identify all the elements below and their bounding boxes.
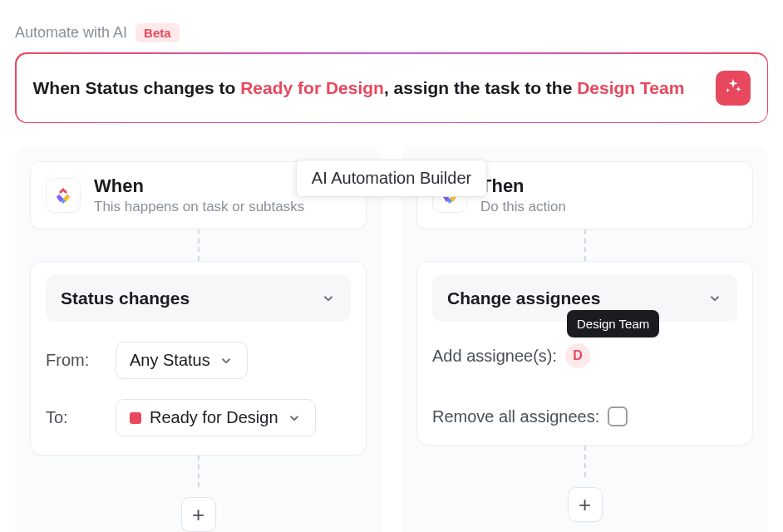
- assignee-chip[interactable]: D: [565, 343, 590, 368]
- automation-columns: AI Automation Builder When This happens …: [15, 146, 768, 532]
- assignee-tooltip: Design Team: [567, 310, 659, 337]
- then-subtitle: Do this action: [480, 199, 566, 215]
- to-value: Ready for Design: [150, 408, 278, 427]
- ai-prompt-bar[interactable]: When Status changes to Ready for Design,…: [15, 52, 768, 123]
- from-label: From:: [46, 351, 101, 370]
- then-column: Then Do this action Change assignees Des…: [401, 146, 768, 532]
- to-label: To:: [46, 408, 101, 427]
- beta-badge: Beta: [135, 23, 180, 42]
- from-value: Any Status: [130, 351, 210, 370]
- ai-generate-button[interactable]: [716, 71, 751, 106]
- connector-line: [416, 229, 753, 261]
- ai-builder-tooltip: AI Automation Builder: [296, 160, 487, 197]
- add-assignees-label: Add assignee(s):: [432, 347, 557, 366]
- chevron-down-icon: [707, 291, 722, 306]
- when-subtitle: This happens on task or subtasks: [94, 199, 304, 215]
- header-title: Automate with AI: [15, 24, 127, 42]
- chevron-down-icon: [219, 353, 234, 368]
- prompt-highlight-team: Design Team: [577, 78, 684, 97]
- add-trigger-button[interactable]: +: [181, 497, 216, 532]
- to-status-select[interactable]: Ready for Design: [116, 399, 316, 436]
- add-action-button[interactable]: +: [568, 487, 603, 522]
- prompt-mid: , assign the task to the: [384, 78, 577, 97]
- then-title: Then: [480, 175, 566, 197]
- add-assignees-row: Design Team Add assignee(s): D: [432, 343, 737, 368]
- connector-line: [30, 229, 367, 261]
- when-trigger-block: Status changes From: Any Status To:: [30, 261, 367, 456]
- status-color-dot: [130, 412, 141, 424]
- when-column: When This happens on task or subtasks St…: [15, 146, 382, 532]
- ai-prompt-text: When Status changes to Ready for Design,…: [33, 78, 685, 98]
- connector-line: [30, 456, 367, 487]
- when-title: When: [94, 175, 304, 197]
- from-row: From: Any Status: [46, 342, 351, 379]
- remove-assignees-label: Remove all assignees:: [432, 407, 599, 426]
- trigger-select[interactable]: Status changes: [46, 275, 351, 322]
- action-label: Change assignees: [447, 288, 600, 308]
- sparkle-icon: [724, 77, 742, 99]
- chevron-down-icon: [321, 291, 336, 306]
- app-logo-icon: [46, 178, 81, 213]
- remove-assignees-row: Remove all assignees:: [432, 406, 737, 426]
- header: Automate with AI Beta: [15, 23, 768, 42]
- remove-assignees-checkbox[interactable]: [608, 406, 628, 426]
- then-action-block: Change assignees Design Team Add assigne…: [416, 261, 753, 446]
- prompt-highlight-status: Ready for Design: [240, 78, 384, 97]
- trigger-label: Status changes: [61, 288, 190, 308]
- chevron-down-icon: [287, 411, 302, 426]
- connector-line: [416, 446, 753, 477]
- to-row: To: Ready for Design: [46, 399, 351, 436]
- prompt-prefix: When Status changes to: [33, 78, 241, 97]
- from-status-select[interactable]: Any Status: [116, 342, 248, 379]
